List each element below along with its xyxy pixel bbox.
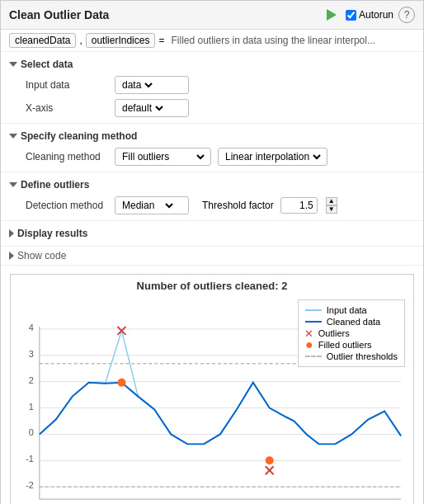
legend-cleaned-label: Cleaned data	[327, 317, 380, 327]
section-select-data-label: Select data	[21, 59, 73, 70]
run-icon	[327, 9, 337, 21]
legend-thresholds: Outlier thresholds	[305, 351, 398, 361]
section-display-results: Display results	[1, 221, 423, 247]
panel-header: Clean Outlier Data Autorun ?	[1, 1, 423, 30]
panel-title: Clean Outlier Data	[9, 8, 109, 21]
outlier-marker-2	[266, 466, 274, 474]
header-actions: Autorun ?	[323, 6, 415, 24]
expand-icon-code	[9, 252, 14, 260]
legend-cleaned: Cleaned data	[305, 317, 398, 327]
chart-area: Number of outliers cleaned: 2 4 3 2 1 0 …	[1, 266, 423, 504]
run-button[interactable]	[323, 6, 341, 24]
outlier-marker-1	[117, 327, 125, 335]
output-tag-cleaned[interactable]: cleanedData	[9, 33, 76, 48]
collapse-icon-outliers	[9, 182, 17, 187]
section-display-results-header[interactable]: Display results	[9, 224, 415, 243]
xaxis-select-control[interactable]: default	[119, 101, 166, 115]
legend-filled-label: Filled outliers	[318, 340, 372, 350]
svg-text:-1: -1	[26, 454, 34, 464]
input-data-row: Input data data	[9, 73, 415, 97]
interpolation-select[interactable]: Linear interpolation Spline interpolatio…	[218, 148, 327, 166]
filled-outlier-marker-2	[266, 456, 274, 464]
chart-container: Number of outliers cleaned: 2 4 3 2 1 0 …	[10, 274, 414, 504]
legend-outliers-label: Outliers	[318, 328, 350, 338]
svg-text:3: 3	[29, 349, 34, 359]
input-data-select-control[interactable]: data	[119, 78, 155, 92]
xaxis-label: X-axis	[26, 102, 108, 114]
collapse-icon-cleaning	[9, 134, 17, 139]
legend-outliers-marker: ✕	[305, 329, 313, 337]
comma-sep: ,	[79, 35, 82, 46]
legend-input-line	[305, 309, 322, 311]
legend-filled: ● Filled outliers	[305, 340, 398, 350]
cleaning-method-row: Cleaning method Fill outliers Remove out…	[9, 145, 415, 168]
section-cleaning-method-label: Specify cleaning method	[21, 130, 137, 142]
legend-cleaned-line	[305, 321, 322, 323]
svg-text:4: 4	[29, 323, 34, 332]
autorun-checkbox-label[interactable]: Autorun	[346, 9, 393, 21]
section-cleaning-method-header[interactable]: Specify cleaning method	[9, 127, 415, 145]
autorun-checkbox[interactable]	[346, 10, 356, 21]
chart-title: Number of outliers cleaned: 2	[11, 275, 413, 292]
legend-outliers: ✕ Outliers	[305, 328, 398, 338]
input-data-select[interactable]: data	[115, 76, 189, 94]
svg-text:2: 2	[29, 375, 34, 385]
svg-text:0: 0	[29, 427, 34, 437]
section-define-outliers-header[interactable]: Define outliers	[9, 176, 415, 194]
section-define-outliers-label: Define outliers	[21, 179, 89, 191]
threshold-input[interactable]	[280, 197, 318, 214]
svg-text:-2: -2	[26, 480, 34, 490]
xaxis-row: X-axis default	[9, 97, 415, 120]
svg-text:1: 1	[29, 402, 34, 412]
section-cleaning-method: Specify cleaning method Cleaning method …	[1, 124, 423, 172]
section-display-results-label: Display results	[17, 228, 87, 239]
detection-method-label: Detection method	[26, 200, 108, 211]
legend-input-label: Input data	[327, 305, 367, 315]
threshold-label: Threshold factor	[202, 200, 274, 211]
xaxis-select[interactable]: default	[115, 99, 189, 117]
interpolation-select-control[interactable]: Linear interpolation Spline interpolatio…	[222, 150, 323, 163]
cleaning-method-select-control[interactable]: Fill outliers Remove outliers	[119, 150, 207, 163]
section-select-data-header[interactable]: Select data	[9, 55, 415, 73]
show-code-label: Show code	[17, 250, 66, 261]
output-bar: cleanedData , outlierIndices = Filled ou…	[1, 30, 423, 52]
legend-filled-marker: ●	[305, 341, 313, 349]
section-select-data: Select data Input data data X-axis defau…	[1, 52, 423, 124]
expand-icon-results	[9, 229, 14, 238]
cleaning-method-select[interactable]: Fill outliers Remove outliers	[115, 148, 211, 166]
cleaning-method-label: Cleaning method	[26, 151, 108, 163]
collapse-icon	[9, 62, 17, 67]
output-description: Filled outliers in data using the linear…	[171, 35, 375, 46]
detection-method-row: Detection method Median Mean Quartiles T…	[9, 194, 415, 217]
equals-sign: =	[158, 35, 164, 46]
autorun-label: Autorun	[359, 9, 393, 21]
output-tag-indices[interactable]: outlierIndices	[86, 33, 156, 48]
filled-outlier-marker-1	[117, 379, 125, 387]
legend-input: Input data	[305, 305, 398, 315]
detection-method-select-control[interactable]: Median Mean Quartiles	[119, 199, 176, 212]
input-data-label: Input data	[26, 79, 108, 91]
show-code-row[interactable]: Show code	[1, 247, 423, 266]
section-define-outliers: Define outliers Detection method Median …	[1, 172, 423, 221]
legend-thresholds-label: Outlier thresholds	[327, 351, 398, 361]
help-button[interactable]: ?	[398, 7, 415, 23]
detection-method-select[interactable]: Median Mean Quartiles	[115, 196, 189, 214]
spinner-up[interactable]: ▲	[326, 197, 337, 205]
legend-threshold-line	[305, 356, 322, 357]
chart-legend: Input data Cleaned data ✕ Outliers ● Fil…	[298, 299, 405, 367]
threshold-spinner: ▲ ▼	[326, 197, 337, 214]
spinner-down[interactable]: ▼	[326, 205, 337, 214]
